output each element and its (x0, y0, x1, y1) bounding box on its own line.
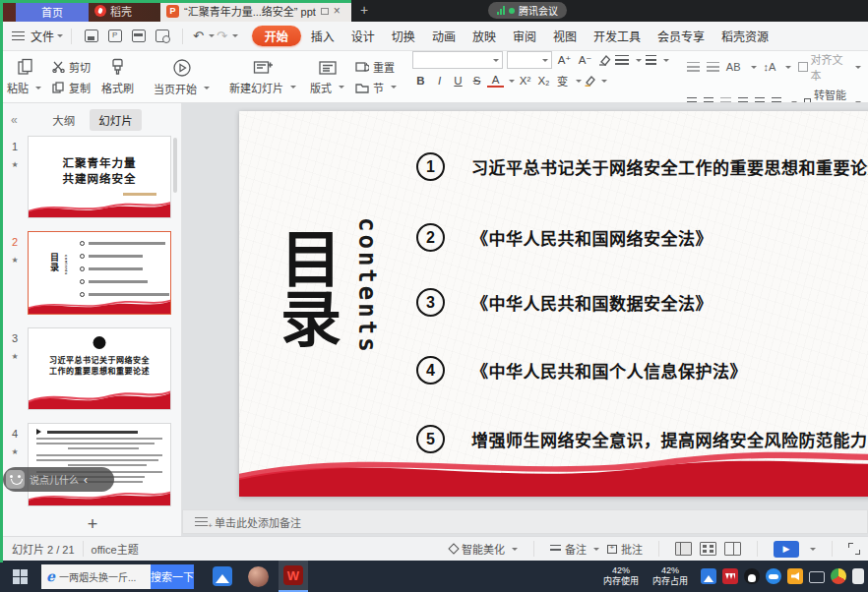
section-button[interactable]: 节 (355, 80, 397, 95)
row-spacing-icon[interactable] (755, 97, 765, 103)
slide-2-thumbnail[interactable]: 目录 contents (28, 231, 171, 315)
tab-docer-resources[interactable]: 稻壳资源 (721, 28, 769, 44)
decrease-indent-icon[interactable] (687, 62, 700, 72)
undo-caret-icon[interactable] (209, 34, 215, 40)
redo-icon[interactable]: ↷ (217, 29, 227, 43)
slideshow-play-button[interactable]: ▶ (774, 541, 799, 558)
toc-item-4[interactable]: 4 《中华人民共和国个人信息保护法》 (416, 356, 747, 385)
tray-penguin-icon[interactable] (744, 568, 760, 584)
danmaku-toast[interactable]: 说点儿什么 ‹ (3, 467, 114, 492)
taskbar-app-mountain[interactable] (208, 561, 237, 592)
tab-slideshow[interactable]: 放映 (472, 28, 496, 44)
tray-display-icon[interactable] (809, 571, 825, 583)
notes-bar[interactable]: 单击此处添加备注 (182, 509, 868, 534)
close-tab-icon[interactable]: × (334, 5, 341, 17)
undo-icon[interactable]: ↶ (193, 29, 204, 43)
taskbar-search-button[interactable]: 搜索一下 (151, 564, 194, 589)
start-button[interactable] (13, 569, 28, 584)
slide-4-thumbnail[interactable] (28, 423, 171, 506)
layout-button[interactable]: 版式 (303, 51, 351, 102)
align-left-icon[interactable] (687, 97, 697, 103)
decrease-font-button[interactable]: A⁻ (577, 53, 593, 67)
toolbar-more-caret-icon[interactable] (232, 34, 238, 40)
slide-title-vertical[interactable]: 目 录 (280, 231, 341, 351)
export-pdf-icon[interactable] (108, 30, 122, 42)
normal-view-button[interactable] (675, 542, 692, 556)
notes-toggle-button[interactable]: 备注 (550, 541, 599, 557)
increase-font-button[interactable]: A⁺ (556, 53, 573, 67)
outline-tab[interactable]: 大纲 (43, 109, 84, 131)
slides-tab[interactable]: 幻灯片 (90, 109, 142, 131)
increase-indent-icon[interactable] (707, 62, 719, 72)
tray-speaker-icon[interactable] (787, 568, 803, 584)
bullet-list-button[interactable] (615, 55, 642, 65)
play-options-caret-icon[interactable] (810, 548, 816, 554)
copy-button[interactable]: 复制 (52, 80, 91, 95)
slide-subtitle-contents[interactable]: contents (353, 217, 381, 355)
tray-cloud-icon[interactable] (766, 568, 781, 584)
italic-button[interactable]: I (431, 75, 448, 87)
format-painter-button[interactable]: 格式刷 (94, 51, 141, 102)
print-preview-icon[interactable] (155, 30, 169, 42)
theme-name[interactable]: office主题 (92, 541, 139, 557)
smiley-emoji-icon[interactable] (6, 470, 25, 489)
fit-to-window-icon[interactable] (848, 543, 860, 555)
tab-insert[interactable]: 插入 (311, 28, 335, 44)
toast-collapse-chevron-icon[interactable]: ‹ (84, 473, 88, 487)
tab-start[interactable]: 开始 (252, 26, 301, 46)
taskbar-app-wps[interactable]: W (279, 561, 308, 592)
tab-review[interactable]: 审阅 (513, 28, 536, 44)
line-spacing-icon[interactable]: ↕A (764, 61, 776, 73)
tab-view[interactable]: 视图 (553, 28, 577, 44)
tab-animation[interactable]: 动画 (432, 28, 456, 44)
tab-devtools[interactable]: 开发工具 (593, 28, 641, 44)
new-tab-button[interactable]: + (360, 2, 368, 18)
align-text-button[interactable]: 对齐文本 (798, 51, 861, 83)
hamburger-menu-icon[interactable] (12, 31, 25, 40)
tray-mountain-icon[interactable] (701, 568, 716, 584)
tab-document[interactable]: P “汇聚青年力量...络安全” ppt × (160, 0, 351, 22)
align-right-icon[interactable] (720, 97, 730, 103)
cut-button[interactable]: 剪切 (52, 59, 91, 75)
smart-beautify-button[interactable]: 智能美化 (450, 541, 518, 557)
play-from-current-button[interactable]: 当页开始 (147, 51, 217, 102)
tab-home[interactable]: 首页 (16, 1, 89, 22)
save-icon[interactable] (85, 30, 98, 42)
tab-member[interactable]: 会员专享 (657, 28, 705, 44)
tab-design[interactable]: 设计 (351, 28, 375, 44)
to-smartart-button[interactable]: 转智能图形 (804, 87, 861, 103)
reading-view-button[interactable] (724, 542, 741, 556)
current-slide[interactable]: 目 录 contents 1 习近平总书记关于网络安全工作的重要思想和重要论述 … (239, 111, 868, 497)
align-center-icon[interactable] (704, 97, 713, 103)
tencent-meeting-badge[interactable]: 腾讯会议 (488, 2, 567, 19)
slide-sorter-view-button[interactable] (700, 542, 716, 556)
file-caret-icon[interactable] (57, 34, 63, 40)
new-slide-button[interactable]: 新建幻灯片 (222, 51, 303, 102)
superscript-button[interactable]: X² (517, 75, 533, 87)
tray-red-w-icon[interactable] (722, 568, 738, 584)
taskbar-app-avatar[interactable] (243, 561, 273, 592)
toc-item-3[interactable]: 3 《中华人民共和国数据安全法》 (416, 288, 713, 317)
highlight-pen-icon[interactable] (584, 75, 596, 87)
font-size-select[interactable] (507, 51, 552, 69)
paste-button[interactable]: 粘贴 (0, 51, 48, 102)
add-slide-button[interactable]: + (3, 514, 182, 535)
slide-1-thumbnail[interactable]: 汇聚青年力量 共建网络安全 (28, 136, 171, 218)
strikethrough-button[interactable]: S (468, 75, 485, 87)
print-icon[interactable] (132, 30, 146, 42)
reset-button[interactable]: 重置 (355, 59, 397, 75)
toc-item-1[interactable]: 1 习近平总书记关于网络安全工作的重要思想和重要论述 (416, 152, 868, 181)
tab-docer[interactable]: 稻壳 (94, 0, 132, 22)
file-menu[interactable]: 文件 (31, 28, 54, 44)
phonetic-guide-button[interactable]: 变 (554, 73, 571, 89)
subscript-button[interactable]: X₂ (535, 75, 552, 87)
justify-icon[interactable] (738, 97, 748, 103)
tab-transition[interactable]: 切换 (392, 28, 415, 44)
clear-format-icon[interactable] (597, 54, 611, 66)
restore-icon[interactable] (321, 8, 329, 15)
paragraph-spacing-icon[interactable] (772, 97, 781, 103)
char-spacing-button[interactable]: AB (726, 61, 741, 73)
underline-button[interactable]: U (450, 75, 466, 87)
taskbar-search-box[interactable]: e 一两烟头换一斤... (41, 564, 151, 589)
sidebar-scrollbar[interactable] (173, 138, 177, 193)
